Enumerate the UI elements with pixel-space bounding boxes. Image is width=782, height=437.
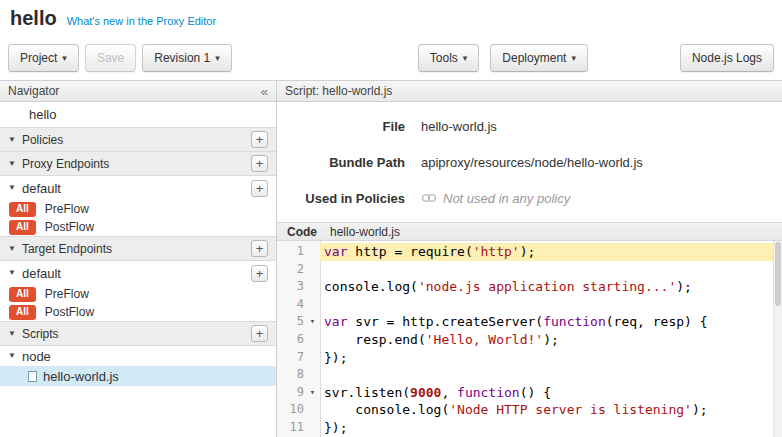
proxy-preflow-item[interactable]: All PreFlow: [0, 200, 276, 218]
add-proxy-flow-button[interactable]: +: [251, 180, 268, 197]
fold-spacer: [305, 243, 320, 261]
target-postflow-item[interactable]: All PostFlow: [0, 303, 276, 321]
token-kw: function: [543, 314, 606, 329]
add-target-flow-button[interactable]: +: [251, 265, 268, 282]
toolbar-right-group: Node.js Logs: [680, 44, 774, 72]
code-text: });: [320, 349, 782, 367]
token-plain: () {: [520, 385, 551, 400]
code-text: console.log('node.js application startin…: [320, 278, 782, 296]
code-text: [320, 261, 782, 279]
scripts-node-group[interactable]: ▼ node: [0, 346, 276, 366]
fold-spacer: [305, 296, 320, 314]
token-kw: var: [324, 314, 347, 329]
collapse-navigator-button[interactable]: «: [261, 84, 268, 99]
code-line[interactable]: 7});: [277, 349, 782, 367]
section-policies[interactable]: ▼ Policies +: [0, 127, 276, 152]
disclosure-triangle-icon: ▼: [8, 269, 16, 277]
add-target-endpoint-button[interactable]: +: [251, 240, 268, 257]
line-number: 4: [277, 296, 305, 314]
code-line[interactable]: 8: [277, 366, 782, 384]
condition-badge: All: [9, 202, 36, 217]
caret-down-icon: ▾: [571, 54, 576, 63]
code-line[interactable]: 3console.log('node.js application starti…: [277, 278, 782, 296]
target-preflow-label: PreFlow: [45, 287, 89, 301]
main-area: Navigator « hello ▼ Policies + ▼ Proxy E…: [0, 80, 782, 437]
deployment-menu-button[interactable]: Deployment ▾: [490, 44, 588, 72]
token-plain: });: [324, 350, 347, 365]
target-endpoint-default-group[interactable]: ▼ default +: [0, 261, 276, 285]
line-number: 11: [277, 419, 305, 437]
caret-down-icon: ▾: [463, 54, 468, 63]
used-in-policies-row: Used in Policies Not used in any policy: [277, 180, 782, 216]
token-str: 'Hello, World!': [426, 332, 543, 347]
disclosure-triangle-icon: ▼: [8, 136, 16, 144]
line-number: 9: [277, 384, 305, 402]
section-target-endpoints[interactable]: ▼ Target Endpoints +: [0, 236, 276, 261]
used-in-policies-label: Used in Policies: [277, 191, 405, 206]
line-number: 5: [277, 313, 305, 331]
file-label: File: [277, 119, 405, 134]
add-script-button[interactable]: +: [251, 325, 268, 342]
project-menu-label: Project: [20, 51, 57, 65]
proxy-endpoint-default-group[interactable]: ▼ default +: [0, 176, 276, 200]
code-text: var http = require('http');: [320, 243, 782, 261]
scripts-node-label: node: [22, 349, 51, 364]
section-proxy-endpoints[interactable]: ▼ Proxy Endpoints +: [0, 151, 276, 176]
bundle-path-label: Bundle Path: [277, 155, 405, 170]
fold-spacer: [305, 401, 320, 419]
tools-menu-button[interactable]: Tools ▾: [418, 44, 480, 72]
target-endpoints-section-label: Target Endpoints: [22, 242, 112, 256]
target-preflow-item[interactable]: All PreFlow: [0, 285, 276, 303]
tree-item-hello-world-js[interactable]: hello-world.js: [0, 366, 276, 386]
code-line[interactable]: 2: [277, 261, 782, 279]
script-file-label: hello-world.js: [43, 369, 119, 384]
save-button[interactable]: Save: [85, 44, 136, 72]
fold-arrow-icon[interactable]: ▾: [305, 384, 320, 402]
bundle-path-row: Bundle Path apiproxy/resources/node/hell…: [277, 144, 782, 180]
token-plain: );: [676, 279, 692, 294]
code-scrollbar[interactable]: [773, 241, 782, 437]
revision-menu-button[interactable]: Revision 1 ▾: [142, 44, 232, 72]
code-line[interactable]: 5▾var svr = http.createServer(function(r…: [277, 313, 782, 331]
nodejs-logs-label: Node.js Logs: [692, 51, 762, 65]
code-line[interactable]: 10 console.log('Node HTTP server is list…: [277, 401, 782, 419]
add-proxy-endpoint-button[interactable]: +: [251, 155, 268, 172]
add-policy-button[interactable]: +: [251, 131, 268, 148]
deployment-menu-label: Deployment: [502, 51, 566, 65]
code-line[interactable]: 1var http = require('http');: [277, 243, 782, 261]
code-line[interactable]: 11});: [277, 419, 782, 437]
proxy-endpoints-section-label: Proxy Endpoints: [22, 157, 109, 171]
toolbar-left-group: Project ▾ Save Revision 1 ▾: [8, 44, 232, 72]
fold-spacer: [305, 349, 320, 367]
condition-badge: All: [9, 305, 36, 320]
target-postflow-label: PostFlow: [45, 305, 94, 319]
project-menu-button[interactable]: Project ▾: [8, 44, 79, 72]
fold-spacer: [305, 366, 320, 384]
token-str: 'http': [473, 244, 520, 259]
code-line[interactable]: 6 resp.end('Hello, World!');: [277, 331, 782, 349]
whats-new-link[interactable]: What's new in the Proxy Editor: [67, 15, 216, 27]
fold-arrow-icon[interactable]: ▾: [305, 313, 320, 331]
toolbar-middle-group: Tools ▾ Deployment ▾: [418, 44, 588, 72]
line-number: 3: [277, 278, 305, 296]
tree-item-proxy-root[interactable]: hello: [0, 102, 276, 127]
scrollbar-thumb[interactable]: [775, 242, 781, 306]
code-text: console.log('Node HTTP server is listeni…: [320, 401, 782, 419]
code-text: resp.end('Hello, World!');: [320, 331, 782, 349]
code-editor[interactable]: 1var http = require('http');2 3console.l…: [277, 241, 782, 437]
fold-spacer: [305, 261, 320, 279]
policies-section-label: Policies: [22, 133, 63, 147]
token-str: 'node.js application starting...': [418, 279, 676, 294]
nodejs-logs-button[interactable]: Node.js Logs: [680, 44, 774, 72]
token-plain: );: [520, 244, 536, 259]
token-plain: svr = http.createServer(: [347, 314, 543, 329]
caret-down-icon: ▾: [62, 54, 67, 63]
code-line[interactable]: 9▾svr.listen(9000, function() {: [277, 384, 782, 402]
proxy-postflow-item[interactable]: All PostFlow: [0, 218, 276, 236]
token-kw: function: [457, 385, 520, 400]
disclosure-triangle-icon: ▼: [8, 245, 16, 253]
navigator-tree: hello ▼ Policies + ▼ Proxy Endpoints + ▼…: [0, 102, 276, 386]
code-line[interactable]: 4: [277, 296, 782, 314]
section-scripts[interactable]: ▼ Scripts +: [0, 321, 276, 346]
script-info-form: File hello-world.js Bundle Path apiproxy…: [277, 102, 782, 222]
